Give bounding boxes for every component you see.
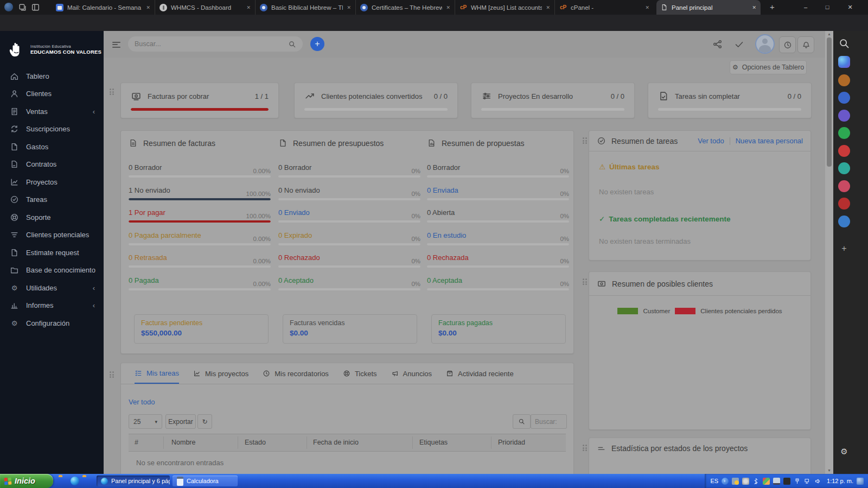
copilot-icon[interactable] (838, 56, 850, 68)
scroll-up-icon[interactable]: ▲ (825, 32, 833, 36)
avatar[interactable] (755, 34, 775, 54)
col-nombre[interactable]: Nombre (171, 439, 195, 446)
tray-color-app-icon[interactable] (763, 478, 770, 485)
sidebar-app-icon[interactable] (838, 162, 850, 174)
tray-app-icon[interactable] (783, 478, 790, 485)
share-icon[interactable] (712, 39, 723, 49)
page-scrollbar[interactable]: ▲ ▼ (825, 31, 833, 474)
new-personal-task-link[interactable]: Nueva tarea personal (736, 137, 803, 145)
sidebar-app-icon[interactable] (838, 110, 850, 122)
view-all-link[interactable]: Ver todo (129, 398, 155, 406)
widget-drag-handle[interactable] (110, 88, 114, 96)
sidebar-item-clientes-potenciales[interactable]: Clientes potenciales (0, 226, 104, 244)
menu-toggle-icon[interactable] (112, 40, 121, 49)
tray-usb-icon[interactable] (794, 478, 801, 485)
col-etiquetas[interactable]: Etiquetas (419, 439, 448, 446)
col-num[interactable]: # (135, 439, 138, 446)
browser-tab-active[interactable]: Panel principal ✕ (656, 0, 761, 15)
legend-swatch-customer[interactable] (617, 308, 638, 314)
sidebar-item-configuracion[interactable]: ⚙Configuración (0, 314, 104, 332)
browser-tab[interactable]: Basic Biblical Hebrew – The He ✕ (255, 0, 355, 15)
summary-row-label[interactable]: 0 Aceptada (427, 276, 462, 284)
sidebar-item-base-de-conocimiento[interactable]: Base de conocimiento (0, 262, 104, 280)
start-button[interactable]: Inicio (0, 474, 53, 488)
tab-close-icon[interactable]: ✕ (246, 5, 251, 10)
sidebar-item-informes[interactable]: Informes‹ (0, 297, 104, 315)
global-search-input[interactable]: Buscar... (128, 36, 303, 52)
taskbar-window-edge[interactable]: Panel principal y 6 pági... (97, 476, 170, 486)
hidden-icons-button[interactable]: › (722, 478, 729, 485)
browser-tab[interactable]: Mail: Calendario - Semana del ✕ (52, 0, 155, 15)
tray-gear-icon[interactable] (742, 478, 749, 485)
window-close-button[interactable]: ✕ (840, 0, 860, 15)
tray-display-icon[interactable] (773, 478, 780, 485)
widget-drag-handle[interactable] (583, 278, 588, 286)
sidebar-app-icon[interactable] (838, 92, 850, 104)
quick-add-button[interactable]: + (310, 37, 324, 51)
summary-row-label[interactable]: 0 Pagada (129, 276, 159, 284)
browser-tab[interactable]: cP WHM [zeus] List accounts whe ✕ (455, 0, 554, 15)
sidebar-item-suscripciones[interactable]: Suscripciones (0, 121, 104, 138)
taskbar-window-calculator[interactable]: Calculadora (173, 476, 238, 486)
page-size-select[interactable]: 25▾ (129, 414, 162, 429)
refresh-button[interactable]: ↻ (197, 414, 212, 429)
table-search-input[interactable] (531, 414, 567, 429)
summary-row-label[interactable]: 0 Pagada parcialmente (129, 231, 201, 239)
table-search-button[interactable] (513, 414, 531, 429)
sidebar-app-icon[interactable] (838, 216, 850, 227)
summary-row-label[interactable]: 0 Abierta (427, 208, 455, 217)
sidebar-item-gastos[interactable]: Gastos (0, 138, 104, 156)
widget-drag-handle[interactable] (583, 445, 588, 452)
widget-drag-handle[interactable] (583, 137, 588, 145)
tray-volume-icon[interactable] (814, 478, 821, 485)
summary-row-label[interactable]: 0 Retrasada (129, 253, 167, 262)
tab-actividad-reciente[interactable]: Actividad reciente (446, 363, 514, 384)
sidebar-item-tareas[interactable]: Tareas (0, 191, 104, 209)
col-prioridad[interactable]: Prioridad (498, 439, 525, 446)
tray-clock[interactable]: 1:12 p. m. (827, 478, 853, 484)
sidebar-item-ventas[interactable]: Ventas‹ (0, 103, 104, 121)
vertical-tabs-icon[interactable] (31, 3, 40, 12)
scrollbar-thumb[interactable] (827, 37, 832, 167)
sidebar-app-icon[interactable] (838, 180, 850, 192)
dashboard-options-button[interactable]: ⚙ Opciones de Tablero (730, 60, 807, 74)
tab-close-icon[interactable]: ✕ (546, 5, 550, 10)
summary-row-label[interactable]: 0 En estudio (427, 231, 466, 239)
tab-close-icon[interactable]: ✕ (752, 5, 756, 10)
sidebar-search-icon[interactable] (838, 37, 850, 49)
summary-row-label[interactable]: 1 Por pagar (129, 208, 165, 217)
sidebar-item-tablero[interactable]: Tablero (0, 67, 104, 85)
summary-row-label[interactable]: 0 No enviado (278, 186, 320, 194)
browser-tab[interactable]: Certificates – The Hebrew Lan ✕ (355, 0, 455, 15)
tab-close-icon[interactable]: ✕ (146, 5, 150, 10)
sidebar-item-utilidades[interactable]: ⚙Utilidades‹ (0, 279, 104, 297)
tab-tickets[interactable]: Tickets (343, 363, 377, 384)
tray-bluetooth-icon[interactable] (752, 478, 760, 485)
tab-close-icon[interactable]: ✕ (446, 5, 450, 10)
browser-profile-icon[interactable] (4, 3, 14, 12)
add-sidebar-app-icon[interactable]: + (838, 243, 850, 255)
tab-mis-tareas[interactable]: Mis tareas (135, 363, 179, 384)
summary-row-label[interactable]: 0 Enviado (278, 208, 310, 217)
tab-mis-proyectos[interactable]: Mis proyectos (193, 363, 248, 384)
stat-card-proyectos-en-desarrollo[interactable]: Proyectos En desarrollo0 / 0 (471, 83, 635, 118)
summary-row-label[interactable]: 0 Rechazado (278, 253, 320, 262)
timers-button[interactable] (779, 36, 796, 53)
sidebar-item-clientes[interactable]: Clientes (0, 85, 104, 103)
tab-close-icon[interactable]: ✕ (347, 5, 351, 10)
check-icon[interactable] (734, 39, 744, 49)
widget-drag-handle[interactable] (110, 371, 114, 379)
summary-row-label[interactable]: 0 Expirado (278, 231, 312, 239)
sidebar-settings-icon[interactable]: ⚙ (838, 446, 850, 458)
window-maximize-button[interactable]: □ (817, 0, 838, 15)
sidebar-item-contratos[interactable]: Contratos (0, 156, 104, 174)
summary-row-label[interactable]: 0 Borrador (129, 163, 162, 172)
col-fecha[interactable]: Fecha de inicio (313, 439, 359, 446)
window-minimize-button[interactable]: – (795, 0, 816, 15)
tray-cloud-icon[interactable] (732, 478, 739, 485)
sidebar-app-icon[interactable] (838, 198, 850, 210)
quicklaunch-edge-icon[interactable] (71, 477, 79, 485)
summary-row-label[interactable]: 0 Enviada (427, 186, 458, 194)
summary-row-label[interactable]: 0 Borrador (427, 163, 460, 172)
stat-card-tareas-sin-completar[interactable]: Tareas sin completar0 / 0 (648, 83, 812, 118)
